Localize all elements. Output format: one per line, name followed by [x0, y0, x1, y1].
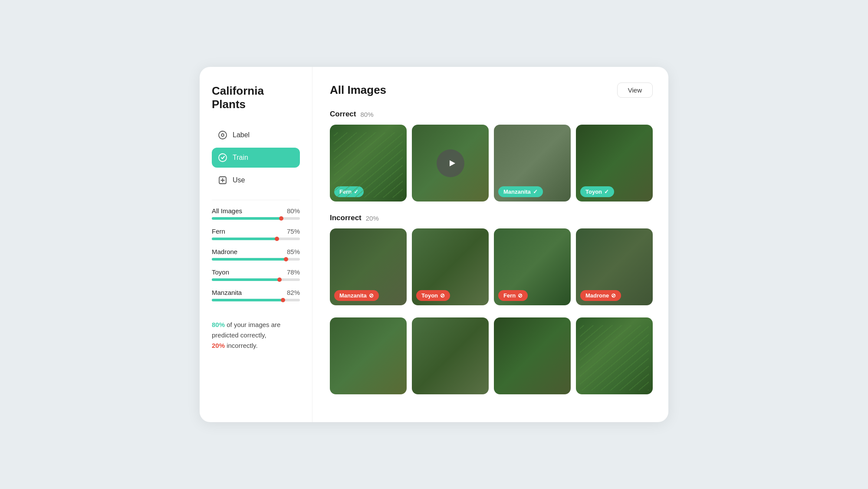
stat-manzanita-fill	[212, 299, 284, 301]
badge-manzanita-incorrect: Manzanita ⊘	[334, 290, 379, 301]
incorrect-image-grid: Manzanita ⊘ Toyon ⊘ Fern ⊘	[330, 228, 653, 305]
stat-all-images-label: All Images	[212, 207, 242, 215]
stat-fern-fill	[212, 238, 278, 240]
stat-madrone-label: Madrone	[212, 248, 237, 255]
play-button[interactable]	[437, 149, 464, 177]
main-header: All Images View	[330, 83, 653, 98]
sidebar-item-train[interactable]: Train	[212, 148, 300, 168]
sidebar: California Plants Label Train	[200, 67, 312, 422]
correct-image-grid: Fern ✓ Manzanita ✓	[330, 125, 653, 202]
stat-toyon-label: Toyon	[212, 268, 229, 276]
svg-marker-4	[450, 160, 455, 166]
stat-toyon-fill	[212, 278, 280, 281]
stat-all-images-pct: 80%	[287, 207, 300, 215]
image-card-manzanita-correct[interactable]: Manzanita ✓	[494, 125, 571, 202]
badge-manzanita-correct: Manzanita ✓	[498, 186, 543, 197]
correct-section-label: Correct 80%	[330, 110, 653, 119]
incorrect-section-label: Incorrect 20%	[330, 214, 653, 222]
image-card-toyon-incorrect[interactable]: Toyon ⊘	[412, 228, 489, 305]
stat-fern[interactable]: Fern 75%	[212, 228, 300, 240]
stat-manzanita-track	[212, 299, 300, 301]
stat-madrone-track	[212, 258, 300, 261]
badge-fern-incorrect: Fern ⊘	[498, 290, 528, 301]
stat-madrone[interactable]: Madrone 85%	[212, 248, 300, 261]
summary-text-after: incorrectly.	[225, 342, 258, 349]
svg-point-1	[221, 134, 224, 136]
use-icon	[218, 175, 227, 185]
stat-toyon-pct: 78%	[287, 268, 300, 276]
badge-madrone-incorrect: Madrone ⊘	[580, 290, 621, 301]
incorrect-section-pct: 20%	[366, 215, 379, 222]
svg-point-0	[219, 131, 227, 139]
correct-section-pct: 80%	[360, 111, 373, 118]
image-card-play[interactable]	[412, 125, 489, 202]
correct-pct: 80%	[212, 321, 225, 328]
sidebar-item-use-text: Use	[233, 176, 245, 184]
stat-manzanita[interactable]: Manzanita 82%	[212, 289, 300, 301]
sidebar-title: California Plants	[212, 84, 300, 111]
image-card-madrone-incorrect[interactable]: Madrone ⊘	[576, 228, 653, 305]
stat-toyon[interactable]: Toyon 78%	[212, 268, 300, 281]
stat-madrone-pct: 85%	[287, 248, 300, 255]
stat-toyon-track	[212, 278, 300, 281]
stat-all-images-track	[212, 217, 300, 220]
badge-toyon-correct: Toyon ✓	[580, 186, 614, 197]
image-card-manzanita-incorrect[interactable]: Manzanita ⊘	[330, 228, 407, 305]
correct-section: Correct 80% Fern ✓	[330, 110, 653, 202]
stat-madrone-fill	[212, 258, 287, 261]
train-icon	[218, 153, 227, 162]
incorrect-section: Incorrect 20% Manzanita ⊘ Toyon ⊘	[330, 214, 653, 305]
svg-point-2	[219, 154, 227, 162]
stat-fern-track	[212, 238, 300, 240]
main-card: California Plants Label Train	[200, 67, 668, 422]
stat-manzanita-pct: 82%	[287, 289, 300, 296]
stat-fern-pct: 75%	[287, 228, 300, 235]
image-card-bottom-2[interactable]	[412, 317, 489, 394]
view-button[interactable]: View	[617, 83, 653, 98]
badge-toyon-incorrect: Toyon ⊘	[416, 290, 450, 301]
stat-manzanita-label: Manzanita	[212, 289, 242, 296]
sidebar-item-label[interactable]: Label	[212, 125, 300, 145]
badge-fern-correct: Fern ✓	[334, 186, 364, 197]
stat-fern-label: Fern	[212, 228, 225, 235]
sidebar-divider	[212, 200, 300, 200]
stat-all-images-fill	[212, 217, 282, 220]
image-card-bottom-3[interactable]	[494, 317, 571, 394]
sidebar-item-label-text: Label	[233, 131, 250, 139]
summary-text: 80% of your images are predicted correct…	[212, 320, 300, 351]
sidebar-item-use[interactable]: Use	[212, 170, 300, 190]
main-content: All Images View Correct 80% Fern ✓	[312, 67, 668, 422]
stats-list: All Images 80% Fern 75% Madrone	[212, 207, 300, 309]
image-card-bottom-1[interactable]	[330, 317, 407, 394]
sidebar-item-train-text: Train	[233, 154, 248, 162]
stat-all-images[interactable]: All Images 80%	[212, 207, 300, 220]
bottom-image-grid	[330, 317, 653, 394]
label-icon	[218, 130, 227, 140]
image-card-fern-correct[interactable]: Fern ✓	[330, 125, 407, 202]
main-title: All Images	[330, 83, 386, 97]
image-card-fern-incorrect[interactable]: Fern ⊘	[494, 228, 571, 305]
image-card-bottom-4[interactable]	[576, 317, 653, 394]
image-card-toyon-correct[interactable]: Toyon ✓	[576, 125, 653, 202]
incorrect-pct: 20%	[212, 342, 225, 349]
